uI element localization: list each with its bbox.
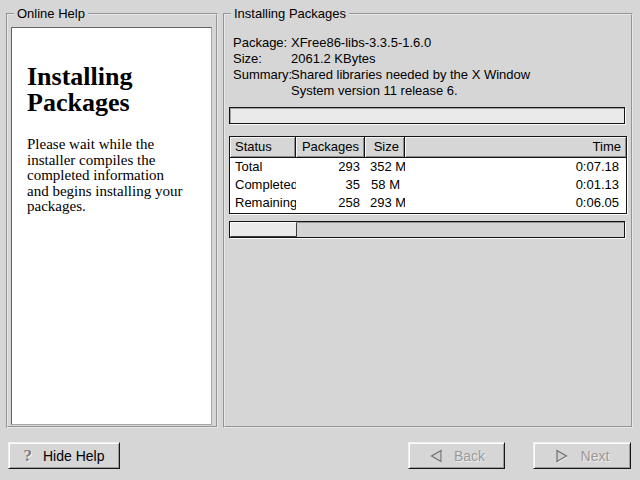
help-title: Installing Packages [27,64,201,116]
total-progress-fill [230,222,297,237]
next-button[interactable]: Next [533,442,631,469]
cell-size: 352 M [365,158,405,176]
online-help-frame: Online Help Installing Packages Please w… [6,13,218,428]
cell-packages: 293 [296,158,365,176]
left-arrow-icon [428,448,443,463]
summary-label: Summary: [233,67,291,99]
cell-packages: 258 [296,194,365,212]
size-value: 2061.2 KBytes [291,51,530,67]
column-header-packages[interactable]: Packages [296,137,365,158]
installing-packages-frame-label: Installing Packages [231,6,349,21]
online-help-frame-label: Online Help [14,6,88,21]
back-button-label: Back [454,448,485,464]
cell-size: 293 M [365,194,405,212]
help-body-text: Please wait while the installer compiles… [27,137,201,215]
question-mark-icon: ? [24,447,33,464]
summary-value: Shared libraries needed by the X Window … [291,67,530,99]
next-button-label: Next [581,448,610,464]
cell-status: Remaining [230,194,296,212]
hide-help-button[interactable]: ? Hide Help [8,442,120,469]
cell-time: 0:07.18 [405,158,626,176]
package-progress-bar [229,107,625,124]
cell-time: 0:01.13 [405,176,626,194]
right-arrow-icon [555,448,570,463]
status-table: Status Packages Size Time Total 293 352 … [229,136,627,214]
total-progress-bar [229,221,625,238]
package-value: XFree86-libs-3.3.5-1.6.0 [291,35,530,51]
table-row-completed[interactable]: Completed 35 58 M 0:01.13 [230,176,626,194]
cell-time: 0:06.05 [405,194,626,212]
status-table-body: Total 293 352 M 0:07.18 Completed 35 58 … [230,158,626,213]
table-row-total[interactable]: Total 293 352 M 0:07.18 [230,158,626,176]
help-content: Installing Packages Please wait while th… [12,28,211,215]
back-button[interactable]: Back [408,442,505,469]
package-label: Package: [233,35,291,51]
table-row-remaining[interactable]: Remaining 258 293 M 0:06.05 [230,194,626,212]
column-header-status[interactable]: Status [230,137,296,158]
status-table-header: Status Packages Size Time [230,137,626,158]
installer-window: { "colors": { "window_bg": "#d6d6d6", "h… [0,0,640,480]
cell-status: Completed [230,176,296,194]
size-label: Size: [233,51,291,67]
column-header-time[interactable]: Time [405,137,626,158]
cell-status: Total [230,158,296,176]
cell-packages: 35 [296,176,365,194]
hide-help-button-label: Hide Help [43,448,104,464]
help-text-panel: Installing Packages Please wait while th… [11,27,212,425]
package-info: Package: XFree86-libs-3.3.5-1.6.0 Size: … [233,35,530,99]
installing-packages-frame: Installing Packages Package: XFree86-lib… [223,13,633,428]
cell-size: 58 M [365,176,405,194]
column-header-size[interactable]: Size [365,137,405,158]
